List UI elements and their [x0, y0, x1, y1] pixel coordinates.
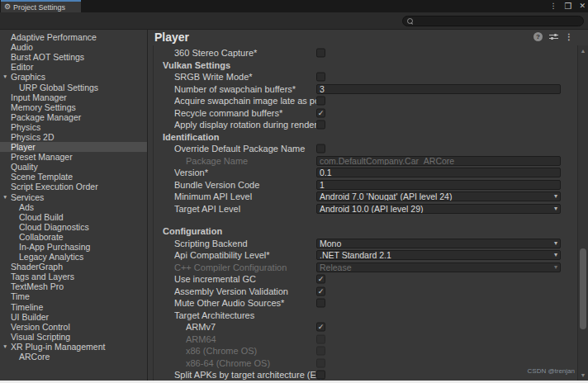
sidebar-item-label: Adaptive Performance [11, 32, 97, 42]
sidebar-item-label: Ads [19, 202, 34, 212]
scroll-down-icon[interactable]: ▼ [578, 372, 588, 378]
sidebar-item-player[interactable]: Player [0, 142, 147, 152]
property-label: Mute Other Audio Sources* [174, 298, 321, 308]
sidebar-item-in-app-purchasing[interactable]: In-App Purchasing [0, 242, 147, 252]
checkbox-mute-other-audio-sources[interactable] [316, 299, 325, 308]
help-icon[interactable]: ? [533, 32, 543, 41]
sidebar-item-package-manager[interactable]: Package Manager [0, 112, 147, 122]
sidebar-item-services[interactable]: ▼Services [0, 192, 147, 202]
preset-icon[interactable] [549, 32, 558, 41]
window-controls: ⋮ ❒ ✕ [549, 0, 586, 12]
sidebar-item-tags-and-layers[interactable]: Tags and Layers [0, 272, 147, 281]
sidebar-item-xr-plug-in-management[interactable]: ▼XR Plug-in Management [0, 342, 147, 352]
sidebar-item-label: Preset Manager [11, 152, 73, 162]
close-icon[interactable]: ✕ [579, 2, 586, 10]
sidebar-item-time[interactable]: Time [0, 291, 147, 301]
property-label: Apply display rotation during rendering [174, 120, 321, 130]
checkbox-armv7[interactable]: ✓ [316, 323, 325, 332]
checkbox-apply-display-rotation-during-rendering[interactable] [316, 121, 325, 130]
checkbox-srgb-write-mode[interactable] [316, 73, 325, 82]
chevron-down-icon: ▾ [554, 193, 557, 200]
sidebar-item-label: Package Manager [11, 112, 81, 122]
dropdown-target-api-level[interactable]: Android 10.0 (API level 29)▾ [316, 204, 561, 214]
window-menu-icon[interactable]: ⋮ [549, 2, 557, 10]
text-field-number-of-swapchain-buffers[interactable]: 3 [316, 84, 561, 94]
foldout-arrow-icon[interactable]: ▼ [2, 344, 7, 350]
sidebar-item-ui-builder[interactable]: UI Builder [0, 312, 147, 322]
row-number-of-swapchain-buffers: Number of swapchain buffers*3 [148, 83, 577, 96]
row-version: Version*0.1 [148, 167, 577, 179]
property-label: Bundle Version Code [174, 180, 321, 190]
sidebar-item-burst-aot-settings[interactable]: Burst AOT Settings [0, 52, 147, 62]
row-bundle-version-code: Bundle Version Code1 [148, 179, 577, 192]
sidebar-item-memory-settings[interactable]: Memory Settings [0, 102, 147, 112]
sidebar-item-preset-manager[interactable]: Preset Manager [0, 152, 147, 162]
sidebar-item-editor[interactable]: Editor [0, 62, 147, 72]
checkbox-assembly-version-validation[interactable]: ✓ [316, 286, 325, 296]
scrollbar-thumb[interactable] [580, 248, 586, 329]
sidebar-item-legacy-analytics[interactable]: Legacy Analytics [0, 252, 147, 262]
vertical-scrollbar[interactable]: ▲ ▼ [577, 45, 588, 381]
sidebar-item-script-execution-order[interactable]: Script Execution Order [0, 182, 147, 192]
sidebar-item-label: Cloud Diagnostics [19, 222, 89, 232]
sidebar-item-label: Quality [11, 162, 38, 172]
sidebar-item-collaborate[interactable]: Collaborate [0, 232, 147, 242]
checkbox-override-default-package-name[interactable] [316, 144, 325, 154]
foldout-arrow-icon[interactable]: ▼ [2, 74, 7, 80]
property-label: Override Default Package Name [174, 144, 321, 154]
checkbox-split-apks-by-target-architecture-experimental[interactable] [316, 371, 325, 380]
property-label: Target API Level [174, 204, 321, 214]
checkbox-x86-chrome-os [316, 347, 325, 356]
sidebar-item-physics-2d[interactable]: Physics 2D [0, 132, 147, 142]
sidebar-item-label: Legacy Analytics [19, 252, 83, 262]
dropdown-minimum-api-level[interactable]: Android 7.0 'Nougat' (API level 24)▾ [316, 192, 561, 201]
sidebar-item-quality[interactable]: Quality [0, 162, 147, 172]
property-label: Split APKs by target architecture (Exper… [174, 370, 321, 380]
foldout-arrow-icon[interactable]: ▼ [2, 194, 7, 200]
kebab-menu-icon[interactable]: ⋮ [565, 33, 573, 41]
sidebar-item-version-control[interactable]: Version Control [0, 322, 147, 332]
checkbox-recycle-command-buffers[interactable]: ✓ [316, 108, 325, 117]
sidebar-item-scene-template[interactable]: Scene Template [0, 172, 147, 182]
row-minimum-api-level: Minimum API LevelAndroid 7.0 'Nougat' (A… [148, 191, 577, 203]
tab-project-settings[interactable]: ⚙ Project Settings [1, 0, 81, 12]
spacer [148, 215, 577, 225]
player-settings-panel: Player ? ⋮ 360 Stereo Capture*Vulkan Set… [148, 30, 588, 381]
sidebar-item-shadergraph[interactable]: ShaderGraph [0, 262, 147, 272]
property-label: Version* [174, 168, 321, 177]
dropdown-api-compatibility-level[interactable]: .NET Standard 2.1▾ [316, 250, 561, 260]
section-header-vulkan-settings: Vulkan Settings [148, 59, 577, 72]
sidebar-item-label: Player [11, 142, 36, 152]
sidebar-item-label: TextMesh Pro [11, 281, 64, 291]
checkbox-acquire-swapchain-image-late-as-possible[interactable] [316, 97, 325, 106]
sidebar-item-visual-scripting[interactable]: Visual Scripting [0, 332, 147, 342]
search-input[interactable] [414, 17, 579, 26]
chevron-down-icon: ▾ [554, 264, 557, 271]
sidebar-item-label: Services [11, 192, 44, 202]
sidebar-item-arcore[interactable]: ARCore [0, 352, 147, 362]
text-field-version[interactable]: 0.1 [316, 168, 561, 177]
sidebar-item-timeline[interactable]: Timeline [0, 302, 147, 312]
sidebar-item-cloud-diagnostics[interactable]: Cloud Diagnostics [0, 222, 147, 232]
scroll-up-icon[interactable]: ▲ [578, 48, 588, 54]
sidebar-item-label: Timeline [11, 302, 43, 312]
dropdown-scripting-backend[interactable]: Mono▾ [316, 239, 561, 248]
sidebar-item-cloud-build[interactable]: Cloud Build [0, 212, 147, 222]
row-assembly-version-validation: Assembly Version Validation✓ [148, 286, 577, 298]
text-field-bundle-version-code[interactable]: 1 [316, 180, 561, 190]
titlebar: ⚙ Project Settings ⋮ ❒ ✕ [0, 0, 588, 12]
search-box[interactable] [402, 16, 584, 26]
sidebar-item-physics[interactable]: Physics [0, 122, 147, 132]
sidebar-item-label: Tags and Layers [11, 272, 74, 281]
checkbox-use-incremental-gc[interactable]: ✓ [316, 275, 325, 284]
sidebar-item-audio[interactable]: Audio [0, 42, 147, 52]
maximize-icon[interactable]: ❒ [564, 2, 571, 11]
sidebar-item-textmesh-pro[interactable]: TextMesh Pro [0, 281, 147, 291]
sidebar-item-graphics[interactable]: ▼Graphics [0, 72, 147, 82]
checkbox-360-stereo-capture[interactable] [316, 49, 325, 58]
sidebar-item-urp-global-settings[interactable]: URP Global Settings [0, 82, 147, 92]
property-label: C++ Compiler Configuration [174, 262, 321, 272]
sidebar-item-adaptive-performance[interactable]: Adaptive Performance [0, 32, 147, 42]
sidebar-item-input-manager[interactable]: Input Manager [0, 92, 147, 102]
sidebar-item-ads[interactable]: Ads [0, 202, 147, 212]
